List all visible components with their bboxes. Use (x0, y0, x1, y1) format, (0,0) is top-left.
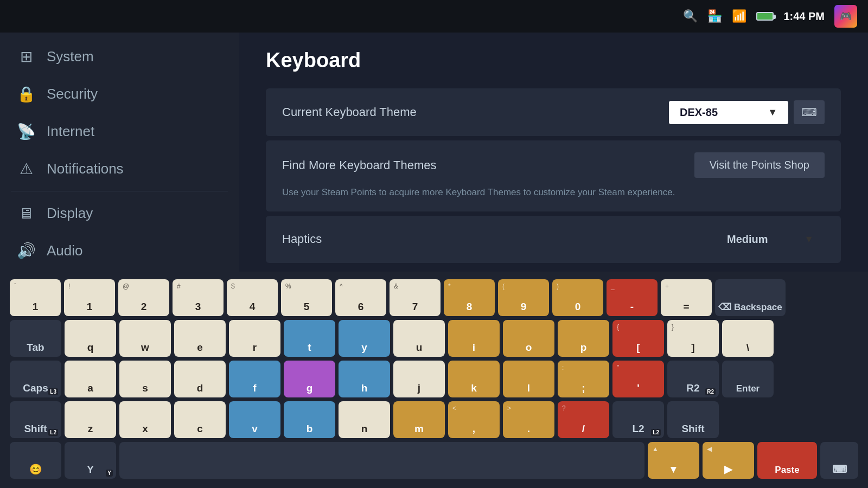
key-h-6[interactable]: h (339, 361, 390, 397)
sidebar-label-notifications: Notifications (47, 160, 124, 177)
key-i-8[interactable]: i (448, 320, 500, 357)
key-tab-0[interactable]: Tab (10, 320, 61, 357)
sidebar-item-display[interactable]: 🖥 Display (0, 195, 239, 232)
keyboard-preview-button[interactable]: ⌨ (794, 100, 825, 124)
key-enter-13[interactable]: Enter (722, 361, 774, 397)
theme-dropdown[interactable]: DEX-85 ▼ (669, 101, 788, 124)
key-y-1[interactable]: YY (65, 442, 116, 479)
sidebar-item-internet[interactable]: 📡 Internet (0, 113, 239, 150)
search-icon[interactable]: 🔍 (683, 9, 698, 23)
sidebar-item-audio[interactable]: 🔊 Audio (0, 232, 239, 269)
notifications-icon: ⚠ (16, 160, 36, 178)
keyboard-row-4: 😊YY▲▼◀▶Paste⌨ (10, 442, 858, 479)
key---11[interactable]: _- (607, 279, 658, 316)
sidebar-label-audio: Audio (47, 242, 83, 259)
sidebar-label-system: System (47, 48, 94, 65)
key-a-1[interactable]: a (65, 361, 116, 397)
key-⌫-backspace-13[interactable]: ⌫ Backspace (715, 279, 786, 316)
key-n-6[interactable]: n (339, 401, 390, 438)
sidebar-item-system[interactable]: ⊞ System (0, 38, 239, 75)
key-/-10[interactable]: ?/ (558, 401, 609, 438)
topbar: 🔍 🏪 📶 1:44 PM 🎮 (0, 0, 868, 33)
key-'-11[interactable]: "' (612, 361, 664, 397)
sidebar-item-security[interactable]: 🔒 Security (0, 75, 239, 113)
key-5-5[interactable]: %5 (281, 279, 332, 316)
theme-label: Current Keyboard Theme (282, 105, 417, 119)
haptics-value: Medium (727, 233, 768, 246)
key-b-5[interactable]: b (284, 401, 335, 438)
key-r-4[interactable]: r (229, 320, 280, 357)
key-u-7[interactable]: u (393, 320, 445, 357)
key-8-8[interactable]: *8 (444, 279, 495, 316)
key-p-10[interactable]: p (558, 320, 609, 357)
theme-row: Current Keyboard Theme DEX-85 ▼ ⌨ (266, 88, 841, 136)
keyboard-row-2: CapsL3asdfghjkl:;"'R2R2Enter (10, 361, 858, 397)
key-g-5[interactable]: g (284, 361, 335, 397)
key-⌨-6[interactable]: ⌨ (820, 442, 858, 479)
key-k-8[interactable]: k (448, 361, 500, 397)
key-s-2[interactable]: s (119, 361, 171, 397)
key-\-13[interactable]: \ (722, 320, 774, 357)
key-7-7[interactable]: &7 (390, 279, 441, 316)
avatar[interactable]: 🎮 (834, 5, 857, 28)
haptics-dropdown[interactable]: Medium ▼ (716, 228, 825, 251)
key-4-4[interactable]: $4 (227, 279, 278, 316)
key-2-2[interactable]: @2 (118, 279, 169, 316)
battery-icon (756, 12, 774, 21)
key-▼-3[interactable]: ▲▼ (648, 442, 699, 479)
key-l-9[interactable]: l (503, 361, 554, 397)
key-😊-0[interactable]: 😊 (10, 442, 61, 479)
internet-icon: 📡 (16, 123, 36, 140)
key-6-6[interactable]: ^6 (335, 279, 386, 316)
sidebar-divider (11, 191, 228, 191)
key-y-6[interactable]: y (339, 320, 390, 357)
key-c-3[interactable]: c (174, 401, 226, 438)
sidebar-item-notifications[interactable]: ⚠ Notifications (0, 150, 239, 188)
key-1-1[interactable]: !1 (64, 279, 115, 316)
visit-shop-button[interactable]: Visit the Points Shop (694, 152, 825, 178)
key-e-3[interactable]: e (174, 320, 226, 357)
key-1-0[interactable]: `1 (10, 279, 61, 316)
key-o-9[interactable]: o (503, 320, 554, 357)
key-z-1[interactable]: z (65, 401, 116, 438)
sidebar-label-security: Security (47, 86, 98, 102)
key-[-11[interactable]: {[ (612, 320, 664, 357)
key--2[interactable] (119, 442, 644, 479)
haptics-chevron-icon: ▼ (804, 234, 814, 245)
theme-value: DEX-85 (680, 106, 718, 119)
key-]-12[interactable]: }] (667, 320, 719, 357)
key-.-9[interactable]: >. (503, 401, 554, 438)
wifi-icon: 📶 (732, 9, 746, 23)
keyboard-row-1: Tabqwertyuiop{[}]\ (10, 320, 858, 357)
sidebar-label-display: Display (47, 205, 93, 222)
chevron-down-icon: ▼ (768, 107, 777, 118)
key-paste-5[interactable]: Paste (757, 442, 817, 479)
store-icon[interactable]: 🏪 (707, 9, 722, 23)
key-0-10[interactable]: )0 (552, 279, 603, 316)
key-caps-0[interactable]: CapsL3 (10, 361, 61, 397)
key-l2-11[interactable]: L2L2 (612, 401, 664, 438)
key-;-10[interactable]: :; (558, 361, 609, 397)
key-▶-4[interactable]: ◀▶ (703, 442, 754, 479)
key-=-12[interactable]: += (661, 279, 712, 316)
key-r2-12[interactable]: R2R2 (667, 361, 719, 397)
haptics-row: Haptics Medium ▼ (266, 216, 841, 263)
key-v-4[interactable]: v (229, 401, 280, 438)
key-d-3[interactable]: d (174, 361, 226, 397)
key-m-7[interactable]: m (393, 401, 445, 438)
key-q-1[interactable]: q (65, 320, 116, 357)
key-w-2[interactable]: w (119, 320, 171, 357)
key-t-5[interactable]: t (284, 320, 335, 357)
key-x-2[interactable]: x (119, 401, 171, 438)
key-shift-12[interactable]: Shift (667, 401, 719, 438)
key-j-7[interactable]: j (393, 361, 445, 397)
key-3-3[interactable]: #3 (173, 279, 224, 316)
security-icon: 🔒 (16, 85, 36, 103)
key-shift-0[interactable]: ShiftL2 (10, 401, 61, 438)
keyboard-section: `1!1@2#3$4%5^6&7*8(9)0_-+=⌫ BackspaceTab… (0, 272, 868, 488)
key-,-8[interactable]: <, (448, 401, 500, 438)
haptics-label: Haptics (282, 232, 322, 246)
key-f-4[interactable]: f (229, 361, 280, 397)
display-icon: 🖥 (16, 204, 36, 222)
key-9-9[interactable]: (9 (498, 279, 549, 316)
